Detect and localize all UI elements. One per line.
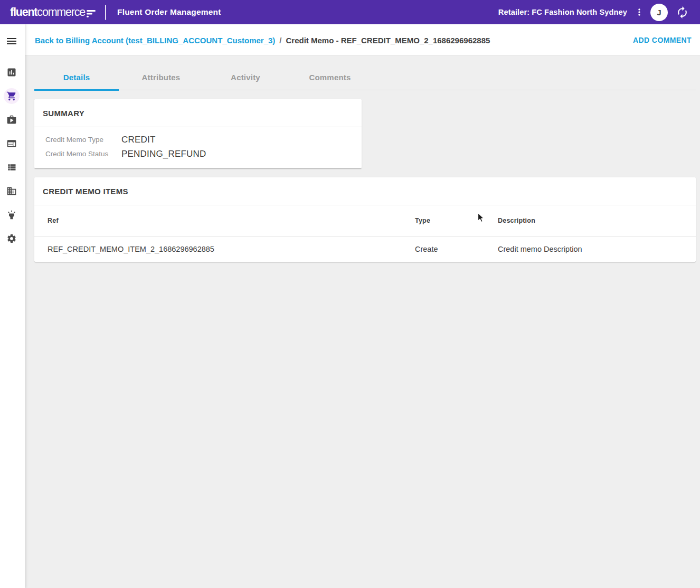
field-label: Credit Memo Status: [45, 150, 121, 158]
breadcrumb-back-link[interactable]: Back to Billing Account (test_BILLING_AC…: [35, 36, 275, 45]
field-row-credit-memo-status: Credit Memo Status PENDING_REFUND: [45, 147, 353, 161]
add-comment-button[interactable]: ADD COMMENT: [633, 36, 692, 44]
sidebar-item-billing[interactable]: [6, 138, 17, 149]
orders-cart-icon: [6, 91, 17, 101]
table-row[interactable]: REF_CREDIT_MEMO_ITEM_2_1686296962885 Cre…: [34, 236, 696, 262]
field-row-credit-memo-type: Credit Memo Type CREDIT: [45, 132, 353, 147]
cell-type: Create: [415, 236, 498, 262]
dashboard-icon: [6, 67, 17, 78]
field-label: Credit Memo Type: [45, 136, 121, 144]
breadcrumb-current: Credit Memo - REF_CREDIT_MEMO_2_16862969…: [286, 36, 490, 45]
sidebar-item-lists[interactable]: [6, 162, 17, 173]
appbar: fluentcommerce Fluent Order Management R…: [0, 0, 700, 24]
tab-attributes[interactable]: Attributes: [119, 64, 203, 90]
retailer-label: Retailer: FC Fashion North Sydney: [498, 0, 627, 24]
locations-building-icon: [6, 186, 17, 196]
table-header-row: Ref Type Description: [34, 205, 696, 236]
breadcrumb: Back to Billing Account (test_BILLING_AC…: [25, 24, 700, 55]
tab-activity[interactable]: Activity: [203, 64, 288, 90]
hamburger-icon: [5, 35, 18, 48]
cell-description: Credit memo Description: [498, 236, 696, 262]
menu-toggle-button[interactable]: [5, 35, 18, 48]
summary-card-title: SUMMARY: [34, 99, 362, 127]
billing-web-icon: [6, 138, 17, 149]
products-shop-icon: [6, 115, 17, 125]
insights-highlight-icon: [6, 210, 17, 220]
avatar-initial: J: [657, 8, 661, 17]
credit-memo-items-card: CREDIT MEMO ITEMS Ref Type Description R…: [34, 177, 696, 262]
field-value: PENDING_REFUND: [121, 149, 206, 159]
sidebar-item-locations[interactable]: [6, 186, 17, 196]
summary-fields: Credit Memo Type CREDIT Credit Memo Stat…: [34, 127, 362, 168]
cell-ref: REF_CREDIT_MEMO_ITEM_2_1686296962885: [34, 236, 415, 262]
refresh-button[interactable]: [671, 0, 693, 24]
user-avatar[interactable]: J: [650, 4, 668, 21]
more-vert-icon: [634, 7, 645, 17]
lists-icon: [6, 162, 17, 173]
column-header-ref: Ref: [34, 205, 415, 236]
sidebar-item-settings[interactable]: [6, 233, 17, 244]
refresh-icon: [676, 6, 689, 19]
tab-comments[interactable]: Comments: [288, 64, 372, 90]
sidebar-item-products[interactable]: [6, 115, 17, 125]
credit-memo-items-table: Ref Type Description REF_CREDIT_MEMO_ITE…: [34, 205, 696, 262]
summary-card: SUMMARY Credit Memo Type CREDIT Credit M…: [34, 99, 362, 168]
content-area: Details Attributes Activity Comments SUM…: [25, 55, 700, 587]
sidebar: [0, 24, 25, 588]
field-value: CREDIT: [121, 135, 155, 145]
tab-details[interactable]: Details: [34, 64, 119, 90]
appbar-right-cluster: Retailer: FC Fashion North Sydney J: [0, 0, 700, 24]
credit-memo-items-title: CREDIT MEMO ITEMS: [34, 177, 696, 205]
column-header-description: Description: [498, 205, 696, 236]
breadcrumb-separator: /: [279, 36, 281, 45]
column-header-type: Type: [415, 205, 498, 236]
more-options-button[interactable]: [631, 0, 647, 24]
sidebar-item-insights[interactable]: [6, 210, 17, 220]
settings-gear-icon: [6, 233, 17, 244]
tab-bar: Details Attributes Activity Comments: [34, 64, 696, 90]
sidebar-item-dashboard[interactable]: [6, 67, 17, 78]
main-area: Back to Billing Account (test_BILLING_AC…: [25, 24, 700, 588]
sidebar-item-orders[interactable]: [6, 91, 17, 101]
